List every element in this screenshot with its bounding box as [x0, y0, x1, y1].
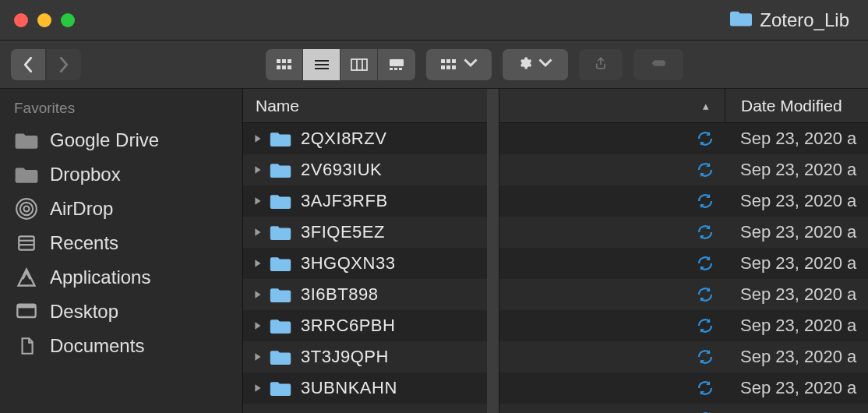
airdrop-icon: [14, 198, 39, 220]
view-mode-segment: [266, 49, 415, 80]
svg-rect-9: [351, 59, 367, 70]
file-row[interactable]: 3I6BT898Sep 23, 2020 a: [243, 279, 868, 310]
file-date: Sep 23, 2020 a: [725, 129, 868, 149]
svg-rect-14: [394, 68, 397, 70]
file-row[interactable]: 3AJF3RFBSep 23, 2020 a: [243, 185, 868, 217]
sidebar-item-label: Applications: [50, 267, 150, 288]
disclosure-triangle-icon[interactable]: [254, 321, 270, 330]
column-name-label: Name: [256, 97, 299, 115]
scroll-gutter[interactable]: [487, 89, 499, 413]
svg-rect-29: [17, 305, 35, 309]
svg-point-23: [20, 203, 33, 215]
traffic-lights: [0, 13, 75, 27]
view-list-button[interactable]: [303, 49, 340, 80]
disclosure-triangle-icon[interactable]: [254, 134, 270, 143]
group-by-button[interactable]: [426, 49, 492, 80]
chevron-down-icon: [538, 56, 552, 73]
titlebar: Zotero_Lib: [0, 0, 868, 41]
content-pane: Name ▴ Date Modified 2QXI8RZVSep 23, 202…: [243, 89, 868, 413]
minimize-button[interactable]: [37, 13, 51, 27]
column-date-header[interactable]: Date Modified: [725, 89, 868, 122]
file-row[interactable]: 3UBNKAHNSep 23, 2020 a: [243, 372, 868, 404]
svg-rect-12: [390, 59, 404, 66]
sidebar-item-airdrop[interactable]: AirDrop: [0, 192, 242, 226]
column-date-label: Date Modified: [741, 97, 842, 115]
sidebar-item-label: Documents: [50, 335, 144, 357]
sidebar-item-applications[interactable]: Applications: [0, 260, 242, 295]
tags-button[interactable]: [633, 49, 683, 80]
sync-status-icon: [686, 161, 725, 178]
svg-rect-1: [282, 59, 286, 63]
action-menu-button[interactable]: [503, 49, 568, 80]
folder-icon: [270, 286, 296, 303]
svg-rect-5: [288, 65, 291, 69]
view-gallery-button[interactable]: [378, 49, 415, 80]
column-name-header[interactable]: Name ▴: [243, 97, 725, 115]
zoom-button[interactable]: [61, 13, 75, 27]
window-title: Zotero_Lib: [730, 0, 868, 41]
sort-indicator-icon: ▴: [703, 99, 709, 113]
sidebar-item-desktop[interactable]: Desktop: [0, 295, 242, 329]
disclosure-triangle-icon[interactable]: [254, 383, 270, 393]
file-row[interactable]: 3RRC6PBHSep 23, 2020 a: [243, 310, 868, 341]
disclosure-triangle-icon[interactable]: [254, 228, 270, 237]
svg-point-22: [24, 206, 30, 212]
file-date: Sep 23, 2020 a: [725, 284, 868, 305]
body: Favorites Google Drive Dropbox AirDrop R…: [0, 89, 868, 413]
sync-status-icon: [686, 255, 725, 272]
tag-icon: [651, 56, 665, 73]
sync-status-icon: [686, 379, 725, 397]
svg-rect-2: [288, 59, 291, 63]
file-date: Sep 23, 2020 a: [725, 378, 868, 398]
disclosure-triangle-icon[interactable]: [254, 165, 270, 175]
folder-icon: [270, 255, 296, 272]
svg-rect-17: [446, 59, 450, 63]
sidebar-item-recents[interactable]: Recents: [0, 226, 242, 260]
recents-icon: [14, 232, 39, 254]
sidebar-item-label: Google Drive: [50, 129, 159, 151]
file-row[interactable]: 3FIQE5EZSep 23, 2020 a: [243, 217, 868, 248]
disclosure-triangle-icon[interactable]: [254, 352, 270, 362]
sidebar-item-documents[interactable]: Documents: [0, 329, 242, 363]
share-button[interactable]: [579, 49, 623, 80]
file-date: Sep 23, 2020 a: [725, 253, 868, 274]
forward-button[interactable]: [47, 49, 81, 80]
folder-icon: [14, 164, 39, 185]
sidebar-item-label: Desktop: [50, 301, 118, 323]
sync-status-icon: [686, 286, 725, 303]
file-row[interactable]: 3T3J9QPHSep 23, 2020 a: [243, 341, 868, 372]
sidebar-item-google-drive[interactable]: Google Drive: [0, 123, 242, 157]
sidebar-item-dropbox[interactable]: Dropbox: [0, 157, 242, 192]
svg-rect-3: [277, 65, 281, 69]
folder-icon: [270, 130, 296, 147]
folder-icon: [270, 379, 296, 397]
file-date: Sep 23, 2020 a: [725, 347, 868, 367]
close-button[interactable]: [14, 13, 28, 27]
file-row[interactable]: 2V693IUKSep 23, 2020 a: [243, 154, 868, 185]
sidebar-item-label: AirDrop: [50, 198, 113, 220]
sidebar-section-label: Favorites: [0, 100, 242, 123]
file-date: Sep 23, 2020 a: [725, 160, 868, 180]
disclosure-triangle-icon[interactable]: [254, 196, 270, 206]
file-row[interactable]: 3W53456QSep 23, 2020: [243, 404, 868, 413]
folder-icon: [270, 192, 296, 210]
sync-status-icon: [686, 130, 725, 147]
applications-icon: [14, 267, 39, 288]
file-date: Sep 23, 2020 a: [725, 316, 868, 336]
chevron-down-icon: [464, 56, 478, 73]
folder-icon: [270, 224, 296, 241]
view-columns-button[interactable]: [340, 49, 378, 80]
svg-rect-19: [441, 65, 445, 69]
file-row[interactable]: 3HGQXN33Sep 23, 2020 a: [243, 248, 868, 279]
file-date: Sep 23, 2020 a: [725, 191, 868, 211]
view-icons-button[interactable]: [266, 49, 303, 80]
file-row[interactable]: 2QXI8RZVSep 23, 2020 a: [243, 123, 868, 154]
back-button[interactable]: [11, 49, 45, 80]
toolbar: [0, 41, 868, 89]
nav-buttons: [11, 49, 81, 80]
disclosure-triangle-icon[interactable]: [254, 259, 270, 268]
window-title-text: Zotero_Lib: [760, 9, 849, 31]
disclosure-triangle-icon[interactable]: [254, 290, 270, 299]
file-date: Sep 23, 2020: [725, 409, 868, 413]
sidebar: Favorites Google Drive Dropbox AirDrop R…: [0, 89, 243, 413]
